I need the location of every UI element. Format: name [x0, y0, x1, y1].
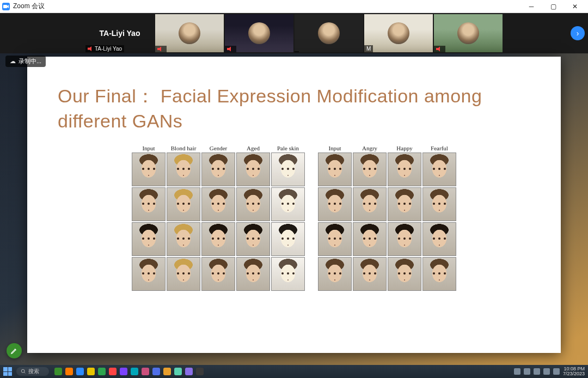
taskbar-app-icon[interactable] [54, 368, 62, 375]
tray-volume-icon[interactable] [543, 368, 550, 375]
window-controls: ─ ▢ ✕ [520, 0, 586, 13]
recording-indicator[interactable]: ☁ 录制中... [5, 56, 46, 67]
col-header: Angry [353, 145, 387, 151]
taskbar-app-icon[interactable] [65, 368, 73, 375]
face-cell [236, 257, 270, 291]
face-image [132, 188, 165, 221]
participant-tile-active-speaker[interactable] [225, 14, 293, 52]
participant-gallery: TA-Liyi Yao TA-Liyi Yao M [0, 13, 588, 53]
window-titlebar: Zoom 会议 ─ ▢ ✕ [0, 0, 588, 13]
face-image [423, 153, 456, 186]
gallery-next-button[interactable]: › [571, 26, 585, 40]
participant-tile[interactable] [295, 14, 363, 52]
face-cell [271, 187, 305, 221]
taskbar-app-icon[interactable] [174, 368, 182, 375]
face-cell [271, 222, 305, 256]
face-image [423, 188, 456, 221]
face-cell [236, 187, 270, 221]
tray-icon[interactable] [524, 368, 530, 375]
mic-muted-icon [227, 46, 232, 52]
taskbar-app-icon[interactable] [185, 368, 193, 375]
face-cell [388, 222, 421, 256]
tray-icon[interactable] [514, 368, 520, 375]
face-cell [318, 257, 352, 291]
taskbar-pinned-apps [54, 368, 204, 375]
annotation-pen-button[interactable] [7, 343, 22, 358]
taskbar-app-icon[interactable] [152, 368, 160, 375]
face-image [318, 188, 351, 221]
face-image [167, 223, 200, 255]
face-image [388, 258, 421, 290]
face-image [132, 153, 165, 186]
face-image [167, 153, 200, 186]
svg-rect-0 [3, 5, 7, 8]
face-cell [132, 257, 166, 291]
taskbar-search[interactable]: 搜索 [16, 367, 49, 376]
taskbar-app-icon[interactable] [163, 368, 171, 375]
participant-tile-self[interactable]: TA-Liyi Yao TA-Liyi Yao [85, 14, 154, 52]
window-minimize-button[interactable]: ─ [520, 0, 542, 13]
search-placeholder: 搜索 [28, 368, 39, 375]
face-image [237, 258, 270, 290]
right-face-grid: Input Angry Happy Fearful [318, 145, 456, 291]
face-cell [271, 257, 305, 291]
face-cell [353, 222, 387, 256]
face-cell [318, 187, 352, 221]
taskbar-app-icon[interactable] [109, 368, 117, 375]
window-close-button[interactable]: ✕ [564, 0, 586, 13]
col-header: Input [132, 145, 166, 151]
taskbar-app-icon[interactable] [120, 368, 127, 375]
taskbar-app-icon[interactable] [131, 368, 138, 375]
face-row [318, 153, 456, 186]
taskbar-app-icon[interactable] [76, 368, 84, 375]
col-header: Pale skin [271, 145, 305, 151]
face-image [353, 223, 386, 255]
taskbar-app-icon[interactable] [98, 368, 106, 375]
face-image [353, 258, 386, 290]
face-cell [388, 153, 421, 186]
face-row [318, 187, 456, 221]
face-image [272, 153, 304, 186]
window-title: Zoom 会议 [13, 2, 45, 11]
face-cell [271, 153, 305, 186]
face-cell [422, 222, 456, 256]
face-image [202, 223, 235, 255]
face-row [132, 187, 305, 221]
face-cell [236, 153, 270, 186]
face-image [353, 188, 386, 221]
face-image [237, 153, 270, 186]
left-grid-headers: Input Blond hair Gender Aged Pale skin [132, 145, 305, 151]
face-row [132, 222, 305, 256]
taskbar-app-icon[interactable] [142, 368, 149, 375]
face-image [167, 258, 200, 290]
face-image [272, 188, 304, 221]
face-image [202, 153, 235, 186]
face-cell [201, 153, 235, 186]
tray-wifi-icon[interactable] [534, 368, 540, 375]
col-header: Blond hair [167, 145, 200, 151]
face-cell [167, 222, 200, 256]
window-maximize-button[interactable]: ▢ [542, 0, 564, 13]
face-cell [388, 187, 421, 221]
taskbar-clock[interactable]: 10:08 PM 7/23/2023 [563, 367, 585, 376]
participant-tile[interactable] [155, 14, 224, 52]
start-button[interactable] [3, 367, 12, 376]
face-cell [132, 153, 166, 186]
shared-screen-stage: Our Final： Facial Expression Modificatio… [0, 53, 588, 365]
slide-figure: Input Blond hair Gender Aged Pale skin I… [58, 145, 530, 291]
face-image [132, 223, 165, 255]
face-cell [422, 153, 456, 186]
face-image [423, 258, 456, 290]
tray-battery-icon[interactable] [553, 368, 560, 375]
participant-tile[interactable] [434, 14, 503, 52]
taskbar-app-icon[interactable] [87, 368, 95, 375]
self-display-name: TA-Liyi Yao [100, 29, 140, 38]
face-cell [388, 257, 421, 291]
mic-muted-icon [88, 46, 93, 52]
face-row [318, 222, 456, 256]
participant-tile[interactable]: M [364, 14, 433, 52]
zoom-app-icon [2, 3, 10, 10]
face-image [318, 153, 351, 186]
taskbar-app-icon[interactable] [196, 368, 204, 375]
face-cell [167, 153, 200, 186]
